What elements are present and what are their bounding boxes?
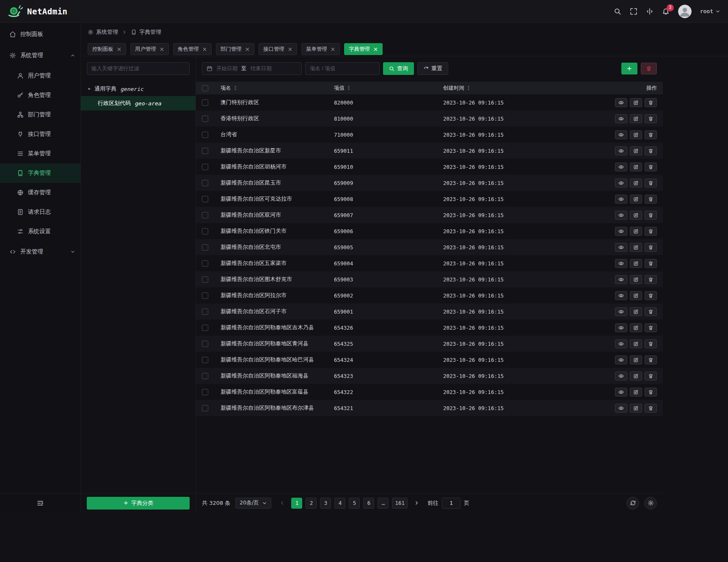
- delete-button[interactable]: [645, 227, 657, 236]
- view-button[interactable]: [615, 275, 627, 284]
- sidebar-item-cache[interactable]: 缓存管理: [0, 183, 80, 202]
- reload-table-button[interactable]: [626, 497, 639, 510]
- view-button[interactable]: [615, 211, 627, 220]
- sort-icon[interactable]: [232, 85, 238, 91]
- edit-button[interactable]: [630, 372, 642, 380]
- edit-button[interactable]: [630, 227, 642, 236]
- sidebar-item-dev[interactable]: 开发管理: [0, 241, 80, 262]
- view-button[interactable]: [615, 307, 627, 316]
- edit-button[interactable]: [630, 211, 642, 220]
- edit-button[interactable]: [630, 163, 642, 171]
- page-ellipsis-button[interactable]: …: [378, 498, 389, 509]
- view-button[interactable]: [615, 259, 627, 268]
- row-checkbox[interactable]: [202, 180, 208, 186]
- row-checkbox[interactable]: [202, 309, 208, 315]
- page-button-last[interactable]: 161: [392, 498, 408, 509]
- sidebar-item-request-logs[interactable]: 请求日志: [0, 202, 80, 222]
- row-checkbox[interactable]: [202, 325, 208, 331]
- row-checkbox[interactable]: [202, 292, 208, 299]
- view-button[interactable]: [615, 355, 627, 364]
- close-icon[interactable]: [202, 47, 207, 52]
- page-tab[interactable]: 角色管理: [173, 43, 212, 55]
- close-icon[interactable]: [288, 47, 292, 52]
- delete-button[interactable]: [645, 163, 657, 171]
- delete-button[interactable]: [645, 259, 657, 268]
- delete-button[interactable]: [645, 404, 657, 413]
- delete-button[interactable]: [645, 307, 657, 316]
- add-item-button[interactable]: [621, 63, 637, 74]
- goto-page-input[interactable]: [442, 498, 461, 509]
- page-button-3[interactable]: 3: [320, 498, 331, 509]
- edit-button[interactable]: [630, 130, 642, 139]
- delete-button[interactable]: [645, 98, 657, 107]
- user-menu[interactable]: root: [700, 8, 720, 14]
- view-button[interactable]: [615, 323, 627, 332]
- row-checkbox[interactable]: [202, 99, 208, 106]
- delete-button[interactable]: [645, 179, 657, 187]
- row-checkbox[interactable]: [202, 132, 208, 138]
- add-dict-category-button[interactable]: 字典分类: [87, 497, 190, 510]
- edit-button[interactable]: [630, 388, 642, 397]
- view-button[interactable]: [615, 291, 627, 300]
- column-header-created-time[interactable]: 创建时间: [443, 85, 606, 92]
- view-button[interactable]: [615, 179, 627, 187]
- sidebar-item-system[interactable]: 系统管理: [0, 45, 80, 66]
- row-checkbox[interactable]: [202, 164, 208, 170]
- page-tab[interactable]: 接口管理: [259, 43, 297, 55]
- fullscreen-icon[interactable]: [630, 8, 637, 15]
- close-icon[interactable]: [373, 47, 378, 52]
- row-checkbox[interactable]: [202, 357, 208, 363]
- view-button[interactable]: [615, 146, 627, 155]
- page-tab[interactable]: 部门管理: [216, 43, 254, 55]
- delete-button[interactable]: [645, 355, 657, 364]
- edit-button[interactable]: [630, 404, 642, 413]
- table-settings-button[interactable]: [644, 497, 657, 510]
- edit-button[interactable]: [630, 275, 642, 284]
- date-range-picker[interactable]: 开始日期 至 结束日期: [202, 62, 302, 75]
- breadcrumb-item-system[interactable]: 系统管理: [88, 28, 118, 36]
- column-header-value[interactable]: 项值: [334, 85, 443, 92]
- breadcrumb-item-dicts[interactable]: 字典管理: [131, 28, 161, 36]
- page-button-2[interactable]: 2: [306, 498, 317, 509]
- view-button[interactable]: [615, 227, 627, 236]
- close-icon[interactable]: [160, 47, 164, 52]
- sidebar-item-roles[interactable]: 角色管理: [0, 85, 80, 105]
- delete-button[interactable]: [645, 195, 657, 204]
- collapse-sidebar-button[interactable]: [36, 499, 44, 507]
- delete-button[interactable]: [645, 388, 657, 397]
- view-button[interactable]: [615, 339, 627, 348]
- delete-button[interactable]: [645, 291, 657, 300]
- view-button[interactable]: [615, 195, 627, 204]
- close-icon[interactable]: [117, 47, 121, 52]
- edit-button[interactable]: [630, 259, 642, 268]
- page-size-select[interactable]: 20条/页: [235, 498, 271, 509]
- edit-button[interactable]: [630, 114, 642, 123]
- delete-button[interactable]: [645, 243, 657, 252]
- page-button-5[interactable]: 5: [349, 498, 360, 509]
- row-checkbox[interactable]: [202, 341, 208, 347]
- row-checkbox[interactable]: [202, 276, 208, 283]
- next-page-button[interactable]: [411, 498, 422, 509]
- delete-button[interactable]: [645, 130, 657, 139]
- sidebar-item-users[interactable]: 用户管理: [0, 66, 80, 85]
- view-button[interactable]: [615, 388, 627, 397]
- page-button-4[interactable]: 4: [334, 498, 345, 509]
- row-checkbox[interactable]: [202, 389, 208, 395]
- row-checkbox[interactable]: [202, 196, 208, 202]
- delete-button[interactable]: [645, 114, 657, 123]
- close-icon[interactable]: [245, 47, 250, 52]
- keyword-input[interactable]: [305, 62, 380, 75]
- row-checkbox[interactable]: [202, 260, 208, 267]
- sidebar-item-settings[interactable]: 系统设置: [0, 222, 80, 241]
- page-tab[interactable]: 用户管理: [130, 43, 169, 55]
- delete-button[interactable]: [645, 323, 657, 332]
- search-icon[interactable]: [614, 8, 621, 15]
- delete-button[interactable]: [645, 146, 657, 155]
- tree-node-geo-area[interactable]: 行政区划代码 geo-area: [81, 96, 196, 110]
- column-header-name[interactable]: 项名: [221, 85, 334, 92]
- edit-button[interactable]: [630, 98, 642, 107]
- close-icon[interactable]: [331, 47, 335, 52]
- notifications-button[interactable]: 3: [662, 8, 670, 15]
- row-checkbox[interactable]: [202, 373, 208, 379]
- delete-button[interactable]: [645, 275, 657, 284]
